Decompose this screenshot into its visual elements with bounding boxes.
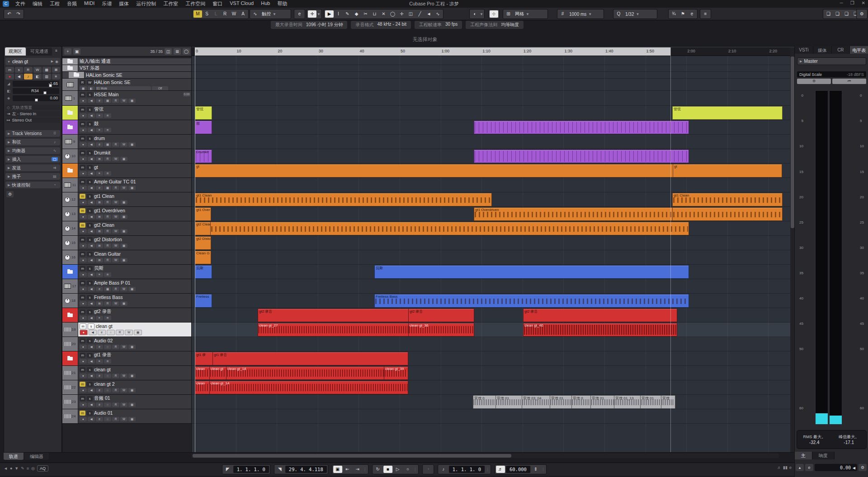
midi-keyboard-icon[interactable]: ♬	[777, 465, 781, 470]
automation-s-button[interactable]: S	[203, 10, 211, 18]
monitor-icon[interactable]: ◀	[88, 113, 95, 118]
mute-button[interactable]: m	[80, 122, 85, 126]
clip[interactable]	[672, 207, 783, 221]
freeze-icon[interactable]: ○	[104, 402, 111, 407]
track-row[interactable]: ms鼓●◀≡≋	[62, 120, 192, 135]
mute-button[interactable]: m	[80, 223, 85, 228]
track-row[interactable]: 11msAmple Guitar TC 01●◀e▦RW▦	[62, 178, 192, 192]
write-button[interactable]: W	[87, 80, 93, 85]
inspector-button-m[interactable]: m	[5, 67, 14, 73]
track-row[interactable]: VST 乐器	[62, 65, 192, 72]
play-tool[interactable]: ◄	[425, 10, 433, 18]
punch-out-icon[interactable]: ⇥	[353, 466, 362, 473]
zone-toggle-0[interactable]: ❏	[824, 10, 833, 18]
write-button[interactable]: W	[112, 301, 119, 306]
track-row[interactable]: 17msAmple Bass P 01●◀e▦RW▦	[62, 279, 192, 294]
monitor-icon[interactable]: ◀	[88, 301, 95, 306]
output-routing-row[interactable]: ↦Stereo Out	[5, 117, 60, 123]
track-row[interactable]: 23ms音频 01●◀e○RW▦	[62, 395, 192, 409]
right-zone-tab-VSTi[interactable]: VSTi	[795, 46, 813, 54]
track-row[interactable]: 1msHSSE Main0.00●◀e▦RW▦	[62, 91, 192, 106]
clip[interactable]: clean	[195, 366, 210, 380]
track-delay-value[interactable]: 0.00	[183, 92, 190, 97]
automation-mode-select[interactable]: 触控▼	[260, 11, 290, 17]
track-preset-row[interactable]: ◇无轨道预置	[5, 105, 60, 110]
menu-item[interactable]: 运行控制	[132, 0, 160, 8]
inspector-button-r2-5[interactable]: ✳	[52, 74, 61, 80]
inspector-button-r2-3[interactable]: ◧	[33, 74, 42, 80]
zone-toggle-2[interactable]: ❏	[842, 10, 851, 18]
mute-button[interactable]: m	[80, 382, 85, 387]
clip[interactable]: gt1 录音	[212, 352, 408, 365]
mute-button[interactable]: m	[80, 295, 85, 300]
group-edit-icon[interactable]: ≡	[96, 359, 103, 364]
record-icon[interactable]: ●	[80, 316, 87, 320]
freeze-icon[interactable]: ○	[104, 417, 111, 421]
write-button[interactable]: W	[120, 98, 127, 103]
input-routing-row[interactable]: ⇥左 - Stereo In	[5, 111, 60, 117]
comp-tool[interactable]: ✛	[397, 10, 406, 18]
record-icon[interactable]: ●	[80, 374, 87, 378]
volume-slider[interactable]: -1.65	[13, 81, 59, 87]
group-edit-icon[interactable]: ≡	[96, 316, 103, 320]
clip[interactable]: gt	[195, 164, 674, 178]
edit-icon[interactable]: e	[96, 186, 103, 190]
vertical-scrollbar-thumb[interactable]	[791, 56, 794, 228]
clip[interactable]: 宣传 0	[571, 395, 591, 409]
phase-icon[interactable]: ≋	[104, 316, 111, 320]
clip[interactable]: gt1 录	[195, 352, 213, 365]
menu-item[interactable]: 窗口	[209, 0, 226, 8]
bottom-tab-编辑器[interactable]: 编辑器	[24, 453, 49, 460]
read-button[interactable]: R	[112, 142, 119, 147]
metronome-icon[interactable]: ◔	[424, 466, 433, 473]
write-button[interactable]: W	[112, 157, 119, 161]
lane-icon[interactable]: ▦	[120, 243, 127, 248]
keys-icon[interactable]: ▦	[104, 98, 111, 103]
inspector-button-r2-2[interactable]: ♪	[24, 74, 33, 80]
inspector-tab-可见通道[interactable]: 可见通道	[27, 47, 52, 56]
length-quantize-select[interactable]: 1000 ms▼	[567, 12, 603, 17]
clip[interactable]: gt1 Overdriven	[474, 207, 673, 221]
track-row[interactable]: 15msgt2 Distortion●◀⊞RW▦	[62, 236, 192, 250]
clip[interactable]: gt2 Disto	[195, 236, 211, 250]
midi-activity-icon[interactable]: ▮▮	[783, 465, 788, 470]
tempo-icon[interactable]: ♬	[496, 466, 505, 473]
clip[interactable]: clean gt	[209, 366, 227, 380]
solo-button[interactable]: s	[87, 136, 93, 141]
monitor-icon[interactable]: ◀	[88, 359, 95, 364]
monitor-icon[interactable]: ◀	[88, 215, 95, 219]
master-meter-header[interactable]: ▶ Master	[797, 57, 866, 65]
write-button[interactable]: W	[120, 417, 127, 421]
monitor-icon[interactable]: ◀	[88, 417, 95, 421]
solo-button[interactable]: s	[87, 237, 93, 242]
clip[interactable]: 宣传 01	[495, 395, 523, 409]
write-button[interactable]: W	[120, 345, 127, 349]
lane-icon[interactable]: ▦	[128, 142, 136, 147]
mute-button[interactable]: m	[80, 165, 85, 170]
draw-tool[interactable]: ✎	[343, 10, 352, 18]
edit-icon[interactable]: e	[96, 98, 103, 103]
monitor-icon[interactable]: ◀	[88, 98, 95, 103]
monitor-icon[interactable]: ◀	[88, 287, 95, 291]
warp-tool[interactable]: ◫	[406, 10, 415, 18]
write-button[interactable]: W	[112, 200, 119, 205]
read-button[interactable]: R	[112, 345, 119, 349]
solo-button[interactable]: s	[87, 367, 93, 372]
transport-left-icon-3[interactable]: ✎	[21, 466, 24, 471]
read-button[interactable]: R	[80, 80, 85, 85]
solo-button[interactable]: s	[87, 208, 93, 213]
right-zone-tab-CR[interactable]: CR	[832, 46, 850, 54]
stop-button[interactable]: ■	[383, 466, 392, 473]
gear-icon[interactable]: ⚙	[859, 464, 867, 471]
solo-button[interactable]: s	[87, 92, 93, 97]
left-locator-icon[interactable]: ◤	[223, 466, 232, 473]
write-button[interactable]: W	[120, 402, 127, 407]
read-button[interactable]: R	[104, 229, 111, 234]
chevron-down-icon[interactable]: ▼	[317, 12, 321, 16]
keys-icon[interactable]: ▦	[104, 287, 111, 291]
mute-button[interactable]: m	[80, 323, 86, 329]
lane-icon[interactable]: ▦	[128, 388, 136, 393]
clip[interactable]: gt	[673, 164, 782, 178]
mute-button[interactable]: m	[80, 338, 85, 343]
monitor-icon[interactable]: ◀	[88, 171, 95, 176]
